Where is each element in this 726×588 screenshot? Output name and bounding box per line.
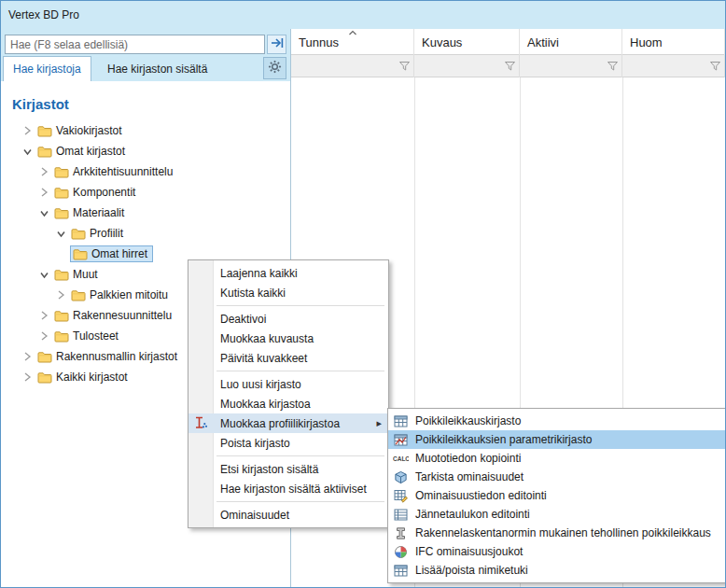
filter-cell-tunnus[interactable] [291, 55, 414, 77]
chevron-down-icon[interactable] [20, 147, 35, 157]
submenu-item-label: Poikkileikkauskirjasto [415, 414, 521, 427]
tree-item-label: Muut [73, 268, 98, 281]
chevron-down-icon[interactable] [36, 270, 51, 280]
menu-separator [188, 498, 388, 505]
window-title: Vertex BD Pro [8, 8, 79, 21]
tree-item-label: Rakennesuunnittelu [73, 309, 172, 322]
menu-item-label: Hae kirjaston sisältä aktiiviset [220, 483, 367, 496]
folder-icon [54, 330, 69, 343]
filter-icon[interactable] [709, 61, 721, 73]
submenu-item-lisaa-poista-nimiketuki[interactable]: Lisää/poista nimiketuki [388, 561, 726, 580]
folder-icon [71, 289, 86, 301]
chevron-right-icon[interactable] [20, 351, 35, 362]
submenu-item-ifc-ominaisuusjoukot[interactable]: IFC ominaisuusjoukot [388, 542, 726, 561]
filter-cell-kuvaus[interactable] [414, 55, 520, 77]
chevron-right-icon[interactable] [36, 310, 51, 321]
filter-cell-aktiivi[interactable] [520, 55, 622, 77]
chevron-right-icon[interactable] [20, 125, 35, 136]
chevron-right-icon[interactable] [53, 289, 68, 301]
submenu-item-poikkileikkauksien-parametrikirjasto[interactable]: Poikkileikkauksien parametrikirjasto [388, 430, 726, 449]
submenu-item-label: Rakennelaskentanormin mukainen teholline… [415, 526, 711, 539]
menu-item-muokkaa-kirjastoa[interactable]: Muokkaa kirjastoa [188, 394, 388, 413]
menu-item-etsi-kirjaston-sisalta[interactable]: Etsi kirjaston sisältä [188, 459, 388, 479]
column-header-kuvaus[interactable]: Kuvaus [414, 29, 520, 55]
menu-item-kutista-kaikki[interactable]: Kutista kaikki [188, 283, 388, 302]
submenu-item-tarkista-ominaisuudet[interactable]: Tarkista ominaisuudet [388, 468, 726, 486]
column-label: Tunnus [299, 35, 339, 49]
menu-item-label: Luo uusi kirjasto [220, 378, 301, 391]
cube-icon [393, 469, 409, 484]
folder-icon [54, 166, 69, 178]
tree-item-omat-kirjastot[interactable]: Omat kirjastot [1, 141, 290, 161]
filter-icon[interactable] [607, 61, 619, 73]
tree-item-komponentit[interactable]: Komponentit [1, 182, 290, 203]
submenu-item-label: Muototiedon kopiointi [415, 452, 521, 465]
menu-separator [188, 453, 388, 459]
tab-hae-kirjastoja[interactable]: Hae kirjastoja [3, 56, 91, 81]
chevron-right-icon[interactable] [36, 187, 51, 198]
profile-library-edit-icon [193, 415, 208, 430]
tree-item-label: Vakiokirjastot [56, 124, 121, 137]
menu-item-laajenna-kaikki[interactable]: Laajenna kaikki [188, 263, 388, 283]
submenu-item-label: IFC ominaisuusjoukot [415, 545, 523, 558]
menu-separator [188, 302, 388, 309]
menu-item-label: Kutista kaikki [220, 287, 286, 300]
tree-item-materiaalit[interactable]: Materiaalit [1, 203, 290, 223]
chevron-down-icon[interactable] [36, 208, 51, 218]
menu-item-label: Poista kirjasto [220, 437, 290, 450]
item-grid-icon [393, 563, 409, 578]
tree-item-body: Rakennusmallin kirjastot [35, 348, 183, 365]
menu-item-ominaisuudet[interactable]: Ominaisuudet [188, 505, 388, 525]
search-panel: Hae kirjastoja Hae kirjaston sisältä [1, 29, 291, 81]
submenu-item-poikkileikkauskirjasto[interactable]: Poikkileikkauskirjasto [388, 412, 726, 430]
tree-item-profiilit[interactable]: Profiilit [1, 223, 290, 244]
menu-separator [188, 368, 388, 374]
section-parameter-table-icon [393, 432, 409, 447]
menu-item-muokkaa-profiilikirjastoa[interactable]: Muokkaa profiilikirjastoa▸ [188, 413, 388, 433]
submenu-item-muototiedon-kopiointi[interactable]: CALCMuototiedon kopiointi [388, 449, 726, 468]
submenu-item-ominaisuustiedon-editointi[interactable]: Ominaisuustiedon editointi [388, 486, 726, 505]
folder-icon [54, 269, 69, 281]
menu-item-label: Laajenna kaikki [220, 267, 298, 280]
chevron-right-icon[interactable] [36, 166, 51, 177]
tree-item-arkkitehtisuunnittelu[interactable]: Arkkitehtisuunnittelu [1, 161, 290, 182]
tab-label: Hae kirjaston sisältä [107, 63, 207, 76]
menu-item-hae-kirjaston-sisalta-aktiiviset[interactable]: Hae kirjaston sisältä aktiiviset [188, 479, 388, 498]
menu-item-paivita-kuvakkeet[interactable]: Päivitä kuvakkeet [188, 348, 388, 368]
tab-label: Hae kirjastoja [13, 63, 81, 76]
column-header-huom[interactable]: Huom [622, 29, 725, 55]
column-header-tunnus[interactable]: Tunnus [291, 29, 414, 55]
column-header-aktiivi[interactable]: Aktiivi [520, 29, 622, 55]
submenu-item-rakennelaskentanormin-mukainen-tehollinen-poikkileikkaus[interactable]: Rakennelaskentanormin mukainen teholline… [388, 524, 726, 542]
table-filter-row [291, 55, 725, 77]
tree-title: Kirjastot [12, 96, 69, 112]
settings-button[interactable] [263, 57, 286, 79]
chevron-down-icon[interactable] [53, 229, 68, 239]
filter-icon[interactable] [398, 61, 411, 73]
tree-item-label: Tulosteet [73, 329, 119, 343]
submenu-item-jannetaulukon-editointi[interactable]: Jännetaulukon editointi [388, 505, 726, 524]
chevron-right-icon[interactable] [36, 330, 51, 342]
folder-icon [54, 187, 69, 199]
search-go-button[interactable] [267, 35, 286, 54]
tree-item-body: Kaikki kirjastot [35, 369, 133, 385]
search-input[interactable] [5, 35, 265, 54]
chevron-right-icon[interactable] [20, 371, 35, 383]
filter-cell-huom[interactable] [622, 55, 725, 77]
filter-icon[interactable] [504, 61, 516, 73]
folder-icon [54, 310, 69, 322]
menu-item-label: Muokkaa kirjastoa [220, 398, 311, 411]
profile-library-submenu: PoikkileikkauskirjastoPoikkileikkauksien… [387, 408, 726, 583]
tab-hae-kirjaston-sisalta[interactable]: Hae kirjaston sisältä [98, 58, 216, 80]
folder-icon [37, 146, 52, 158]
menu-item-deaktivoi[interactable]: Deaktivoi [188, 309, 388, 329]
menu-item-label: Päivitä kuvakkeet [220, 352, 307, 365]
menu-item-poista-kirjasto[interactable]: Poista kirjasto [188, 433, 388, 453]
tree-item-vakiokirjastot[interactable]: Vakiokirjastot [1, 120, 290, 141]
folder-icon [37, 371, 52, 384]
menu-item-luo-uusi-kirjasto[interactable]: Luo uusi kirjasto [188, 374, 388, 394]
menu-item-label: Deaktivoi [220, 313, 266, 326]
menu-item-muokkaa-kuvausta[interactable]: Muokkaa kuvausta [188, 329, 388, 348]
span-table-icon [393, 507, 409, 522]
folder-icon [71, 228, 86, 240]
